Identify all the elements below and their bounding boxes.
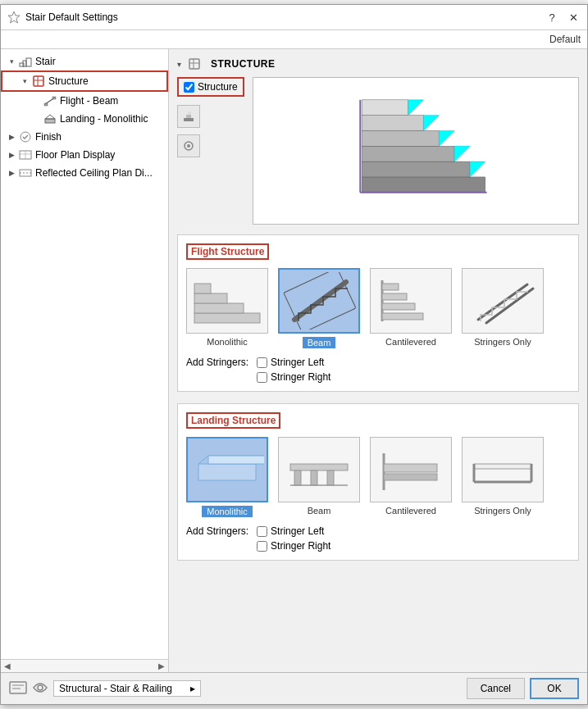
structure-checkbox-label[interactable]: Structure	[177, 77, 244, 97]
landing-option-beam[interactable]: Beam	[278, 437, 360, 517]
scroll-right[interactable]: ▶	[158, 661, 165, 670]
landing-monolithic-img[interactable]	[186, 437, 268, 502]
tree-item-structure[interactable]: ▾ Structure	[1, 70, 168, 92]
tree-area: ▾ Stair ▾	[1, 49, 168, 659]
stair-icon	[19, 55, 32, 68]
tree-label-reflected: Reflected Ceiling Plan Di...	[35, 167, 153, 179]
flight-option-stringers[interactable]: Stringers Only	[462, 268, 544, 348]
svg-marker-0	[8, 11, 20, 23]
landing-option-monolithic[interactable]: Monolithic	[186, 437, 268, 517]
flight-structure-section: Flight Structure Monolithic	[177, 234, 579, 392]
flight-beam-img[interactable]	[278, 268, 360, 334]
close-button[interactable]: ✕	[566, 10, 581, 25]
structure-section-icon	[188, 57, 201, 70]
structure-section-toggle[interactable]: ▾	[177, 60, 181, 69]
flight-stringer-checks: Stringer Left Stringer Right	[257, 357, 330, 383]
tree-toggle-finish[interactable]: ▶	[6, 131, 17, 143]
svg-rect-57	[290, 464, 348, 470]
flight-option-monolithic[interactable]: Monolithic	[186, 268, 268, 348]
svg-rect-39	[194, 313, 260, 323]
landing-beam-img[interactable]	[278, 437, 360, 502]
svg-point-72	[38, 685, 43, 690]
svg-rect-27	[362, 161, 470, 177]
tree-toggle-structure[interactable]: ▾	[19, 75, 30, 87]
structure-top: Structure	[177, 77, 579, 225]
svg-rect-26	[362, 176, 485, 192]
svg-rect-8	[44, 103, 48, 106]
svg-rect-49	[382, 284, 399, 290]
svg-rect-41	[194, 293, 227, 303]
help-button[interactable]: ?	[545, 10, 559, 25]
structure-icon-btn-1[interactable]	[177, 105, 200, 128]
tree-label-flight-beam: Flight - Beam	[60, 95, 118, 107]
tree-item-stair[interactable]: ▾ Stair	[1, 52, 168, 70]
flight-stringer-left-checkbox[interactable]	[257, 357, 267, 368]
structure-icon-btn-2[interactable]	[177, 134, 200, 157]
flight-options: Monolithic Be	[186, 268, 570, 348]
landing-option-cantilevered[interactable]: Cantilevered	[370, 437, 452, 517]
tree-item-finish[interactable]: ▶ Finish	[1, 128, 168, 146]
titlebar-controls: ? ✕	[545, 10, 581, 25]
svg-rect-58	[294, 470, 301, 485]
tree-item-landing-mono[interactable]: Landing - Monolithic	[1, 110, 168, 128]
landing-add-stringers-label: Add Stringers:	[186, 525, 248, 537]
flight-stringers-img[interactable]	[462, 268, 544, 334]
flight-stringer-right-row[interactable]: Stringer Right	[257, 371, 330, 383]
flight-add-stringers: Add Stringers: Stringer Left Stringer Ri…	[186, 357, 570, 383]
ok-button[interactable]: OK	[530, 678, 579, 699]
tree-toggle-flight	[30, 95, 42, 107]
stair-preview	[338, 84, 494, 218]
bottom-dropdown[interactable]: Structural - Stair & Railing ▸	[53, 680, 201, 697]
landing-stringers-label: Stringers Only	[474, 506, 531, 516]
beam-icon	[43, 94, 57, 107]
flight-option-beam[interactable]: Beam	[278, 268, 360, 348]
structure-section-label: STRUCTURE	[211, 58, 276, 70]
flight-cantilevered-img[interactable]	[370, 268, 452, 334]
flight-stringer-left-row[interactable]: Stringer Left	[257, 357, 330, 368]
window-title: Stair Default Settings	[25, 11, 118, 23]
tree-item-reflected[interactable]: ▶ Reflected Ceiling Plan Di...	[1, 164, 168, 182]
cancel-button[interactable]: Cancel	[467, 678, 525, 699]
svg-rect-60	[327, 470, 334, 485]
svg-marker-36	[408, 99, 423, 115]
svg-rect-18	[189, 59, 199, 69]
landing-stringer-left-row[interactable]: Stringer Left	[257, 525, 330, 537]
svg-rect-64	[384, 474, 437, 480]
bottom-right: Cancel OK	[467, 678, 579, 699]
flight-stringer-left-label: Stringer Left	[271, 357, 324, 368]
flight-stringer-right-label: Stringer Right	[271, 371, 330, 383]
flight-stringer-right-checkbox[interactable]	[257, 372, 267, 383]
tree-toggle-stair[interactable]: ▾	[6, 56, 17, 67]
landing-add-stringers: Add Stringers: Stringer Left Stringer Ri…	[186, 525, 570, 552]
svg-rect-56	[208, 456, 264, 464]
landing-cantilevered-img[interactable]	[370, 437, 452, 502]
svg-line-51	[486, 289, 533, 323]
tree-toggle-reflected[interactable]: ▶	[6, 167, 17, 179]
dropdown-label: Structural - Stair & Railing	[59, 683, 172, 694]
svg-rect-59	[311, 470, 317, 485]
svg-rect-52	[198, 464, 256, 480]
bottom-bar: Structural - Stair & Railing ▸ Cancel OK	[1, 672, 587, 704]
svg-rect-65	[474, 464, 531, 469]
svg-rect-10	[45, 119, 55, 123]
flight-monolithic-img[interactable]	[186, 268, 268, 334]
landing-stringer-right-row[interactable]: Stringer Right	[257, 540, 330, 552]
tree-label-finish: Finish	[35, 131, 62, 143]
scroll-left[interactable]: ◀	[4, 661, 11, 670]
tree-item-floor-plan[interactable]: ▶ Floor Plan Display	[1, 146, 168, 164]
flight-monolithic-label: Monolithic	[207, 337, 248, 347]
svg-line-44	[294, 282, 346, 320]
landing-stringers-img[interactable]	[462, 437, 544, 502]
svg-rect-40	[194, 303, 244, 313]
svg-rect-63	[384, 464, 437, 472]
tree-toggle-floor-plan[interactable]: ▶	[6, 149, 17, 161]
svg-marker-32	[470, 161, 485, 177]
tree-item-flight-beam[interactable]: Flight - Beam	[1, 92, 168, 110]
landing-stringer-right-checkbox[interactable]	[257, 541, 267, 552]
flight-option-cantilevered[interactable]: Cantilevered	[370, 268, 452, 348]
landing-stringer-left-checkbox[interactable]	[257, 526, 267, 537]
landing-stringer-checks: Stringer Left Stringer Right	[257, 525, 330, 552]
landing-option-stringers[interactable]: Stringers Only	[462, 437, 544, 517]
structure-checkbox[interactable]	[184, 82, 194, 93]
svg-rect-22	[186, 115, 191, 118]
